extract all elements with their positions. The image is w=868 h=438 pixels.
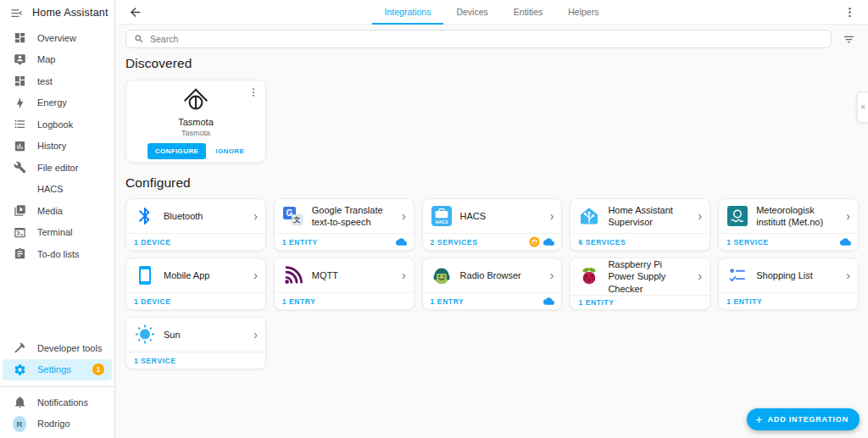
map-icon — [13, 53, 26, 66]
integration-card-footer: 1 SERVICE — [719, 233, 858, 250]
tab-integrations[interactable]: Integrations — [372, 0, 444, 25]
integration-card-home-assistant-supervisor[interactable]: Home Assistant Supervisor›6 SERVICES — [570, 198, 710, 251]
sidebar-item-map[interactable]: Map — [3, 49, 112, 71]
media-play-icon — [13, 204, 26, 218]
entity-count-link[interactable]: 2 SERVICES — [431, 238, 530, 247]
hacs-icon: HACS — [431, 205, 453, 227]
integration-card-footer: 1 ENTITY — [275, 233, 414, 250]
dashboard-icon — [13, 31, 26, 45]
metno-icon — [726, 205, 748, 227]
chevron-right-icon[interactable]: › — [843, 209, 854, 223]
sidebar-item-label: Energy — [37, 97, 67, 108]
tab-devices[interactable]: Devices — [443, 0, 500, 25]
lightning-icon — [13, 96, 26, 109]
chevron-right-icon[interactable]: › — [250, 269, 261, 282]
none — [13, 182, 26, 196]
integration-card-header: MQTT› — [275, 258, 414, 292]
integration-card-header: Raspberry Pi Power Supply Checker› — [570, 258, 709, 295]
integration-name: Home Assistant Supervisor — [608, 204, 687, 229]
back-arrow-icon[interactable] — [126, 3, 143, 20]
discovered-card-tasmota[interactable]: TasmotaTasmotaCONFIGUREIGNORE — [125, 80, 266, 163]
integration-card-footer: 1 DEVICE — [126, 233, 265, 250]
sidebar-item-hacs[interactable]: HACS — [3, 179, 112, 201]
integration-card-google-translate-text-to-speech[interactable]: G文Google Translate text-to-speech›1 ENTI… — [274, 198, 415, 251]
entity-count-link[interactable]: 1 DEVICE — [134, 238, 259, 247]
filter-icon[interactable] — [838, 30, 859, 48]
card-menu-icon[interactable] — [246, 85, 261, 100]
sidebar-item-label: History — [37, 141, 66, 151]
integration-card-mqtt[interactable]: MQTT›1 ENTRY — [274, 258, 415, 310]
entity-count-link[interactable]: 6 SERVICES — [578, 238, 703, 247]
integration-card-radio-browser[interactable]: Radio Browser›1 ENTRY — [422, 258, 563, 310]
search-box — [125, 30, 832, 48]
sidebar-item-logbook[interactable]: Logbook — [3, 114, 112, 136]
sidebar: Home Assistant OverviewMaptestEnergyLogb… — [0, 0, 115, 438]
shopping-list-icon — [726, 264, 748, 286]
chevron-right-icon[interactable]: › — [695, 209, 706, 223]
sidebar-item-terminal[interactable]: Terminal — [3, 222, 112, 244]
chevron-right-icon[interactable]: › — [695, 269, 706, 283]
sidebar-item-rodrigo[interactable]: RRodrigo — [3, 413, 112, 435]
cloud-badge — [840, 236, 851, 247]
entity-count-link[interactable]: 1 SERVICE — [726, 238, 840, 247]
overflow-menu-icon[interactable] — [841, 3, 858, 20]
entity-count-link[interactable]: 1 ENTRY — [431, 297, 544, 306]
sidebar-item-overview[interactable]: Overview — [3, 27, 112, 49]
chevron-right-icon[interactable]: › — [547, 209, 558, 223]
integration-card-header: Meteorologisk institutt (Met.no)› — [719, 199, 858, 233]
sidebar-item-history[interactable]: History — [3, 136, 112, 158]
sidebar-spacer — [0, 265, 114, 338]
entity-count-link[interactable]: 1 ENTITY — [578, 298, 703, 307]
integration-name: Sun — [164, 329, 242, 341]
sidebar-item-settings[interactable]: Settings1 — [3, 359, 112, 381]
discovered-area: TasmotaTasmotaCONFIGUREIGNORE — [125, 80, 859, 163]
integration-card-sun[interactable]: Sun›1 SERVICE — [125, 317, 266, 369]
mqtt-icon — [282, 264, 304, 286]
sidebar-item-media[interactable]: Media — [3, 200, 112, 222]
integration-card-header: HACSHACS› — [423, 199, 562, 233]
chevron-right-icon[interactable]: › — [398, 209, 409, 223]
sidebar-item-label: test — [37, 76, 53, 86]
plus-icon: + — [755, 413, 762, 425]
sidebar-item-label: Terminal — [37, 227, 73, 237]
add-integration-button[interactable]: + ADD INTEGRATION — [747, 408, 860, 430]
integration-card-hacs[interactable]: HACSHACS›2 SERVICES — [422, 198, 563, 251]
footer-badges — [840, 236, 851, 247]
chevron-right-icon[interactable]: › — [250, 328, 261, 341]
svg-text:HACS: HACS — [435, 219, 448, 225]
integration-card-bluetooth[interactable]: Bluetooth›1 DEVICE — [125, 198, 266, 251]
integration-card-meteorologisk-institutt-met-no-[interactable]: Meteorologisk institutt (Met.no)›1 SERVI… — [718, 198, 859, 251]
discovered-card-name: Tasmota — [178, 117, 214, 127]
chevron-right-icon[interactable]: › — [250, 209, 261, 223]
configure-button[interactable]: CONFIGURE — [147, 143, 207, 159]
tab-helpers[interactable]: Helpers — [555, 0, 611, 25]
sidebar-item-test[interactable]: test — [3, 70, 112, 92]
integration-card-shopping-list[interactable]: Shopping List›1 ENTITY — [718, 258, 859, 310]
entity-count-link[interactable]: 1 ENTITY — [726, 297, 851, 306]
sidebar-item-label: Notifications — [37, 397, 88, 408]
integration-card-raspberry-pi-power-supply-checker[interactable]: Raspberry Pi Power Supply Checker›1 ENTI… — [570, 258, 710, 310]
sidebar-item-energy[interactable]: Energy — [3, 92, 112, 114]
entity-count-link[interactable]: 1 ENTITY — [282, 238, 396, 247]
side-panel-handle[interactable]: ✕ — [857, 91, 868, 123]
sidebar-item-notifications[interactable]: Notifications — [3, 391, 112, 413]
entity-count-link[interactable]: 1 ENTRY — [282, 297, 407, 306]
integration-name: Meteorologisk institutt (Met.no) — [756, 204, 835, 229]
chevron-right-icon[interactable]: › — [547, 269, 558, 282]
sidebar-item-to-do-lists[interactable]: To-do lists — [3, 243, 112, 265]
search-input[interactable] — [150, 34, 823, 44]
entity-count-link[interactable]: 1 SERVICE — [134, 357, 259, 365]
chevron-right-icon[interactable]: › — [843, 269, 854, 282]
sidebar-item-file-editor[interactable]: File editor — [3, 157, 112, 179]
entity-count-link[interactable]: 1 DEVICE — [134, 297, 259, 306]
chart-box-icon — [13, 139, 26, 152]
integration-card-footer: 2 SERVICES — [423, 233, 562, 250]
integration-card-mobile-app[interactable]: Mobile App›1 DEVICE — [125, 258, 266, 310]
sidebar-item-developer-tools[interactable]: Developer tools — [3, 337, 112, 359]
sidebar-toggle-icon[interactable] — [9, 6, 23, 19]
ignore-button[interactable]: IGNORE — [215, 147, 244, 155]
chevron-right-icon[interactable]: › — [398, 269, 409, 282]
tab-entities[interactable]: Entities — [501, 0, 555, 25]
footer-badges — [543, 296, 554, 307]
sidebar-item-label: HACS — [37, 184, 64, 194]
